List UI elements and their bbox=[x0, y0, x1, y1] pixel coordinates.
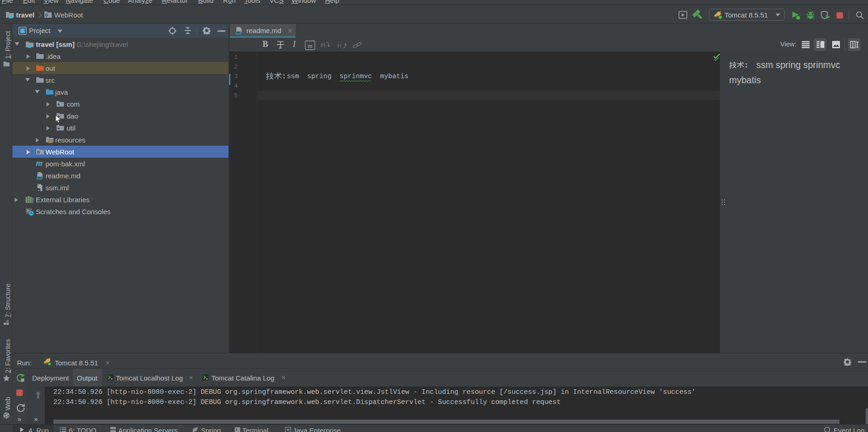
svg-text:H: H bbox=[321, 41, 326, 49]
svg-text:MD: MD bbox=[236, 31, 240, 34]
svg-text:H: H bbox=[337, 43, 342, 49]
svg-text:m: m bbox=[308, 42, 312, 49]
svg-text:MD: MD bbox=[37, 176, 41, 179]
